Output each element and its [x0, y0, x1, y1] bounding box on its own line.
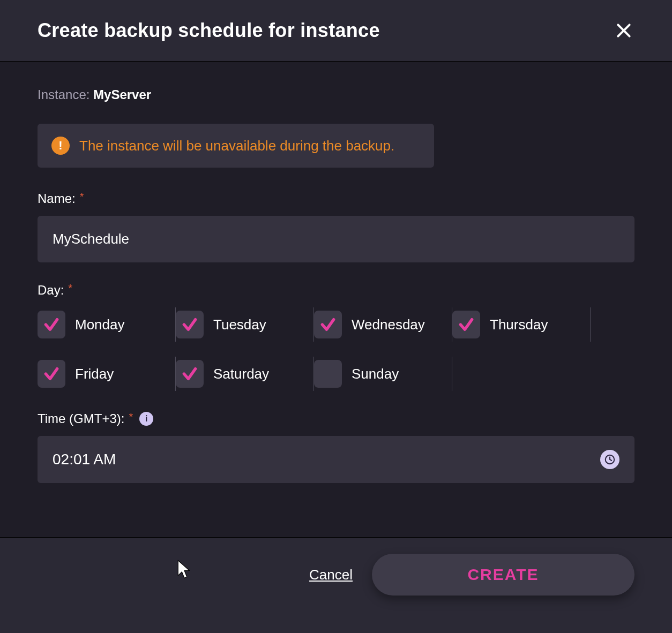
cancel-button[interactable]: Cancel — [309, 567, 353, 583]
instance-name: MyServer — [93, 87, 151, 102]
day-field: Day: * MondayTuesdayWednesdayThursdayFri… — [38, 283, 634, 391]
day-label: Monday — [75, 316, 125, 333]
mouse-cursor-icon — [177, 559, 192, 579]
modal-footer: Cancel CREATE — [0, 537, 672, 633]
required-asterisk: * — [68, 282, 72, 295]
day-label: Tuesday — [213, 316, 266, 333]
day-cell-friday: Friday — [38, 357, 176, 391]
modal-body: Instance: MyServer ! The instance will b… — [0, 62, 672, 537]
required-asterisk: * — [129, 411, 133, 423]
day-cell-thursday: Thursday — [452, 307, 591, 342]
name-field-label: Name: * — [38, 191, 634, 206]
name-input[interactable] — [38, 216, 634, 262]
modal-title: Create backup schedule for instance — [38, 19, 380, 42]
day-label: Friday — [75, 366, 114, 382]
warning-text: The instance will be unavailable during … — [79, 138, 394, 154]
required-asterisk: * — [80, 191, 84, 203]
time-value: 02:01 AM — [53, 451, 116, 468]
days-grid: MondayTuesdayWednesdayThursdayFridaySatu… — [38, 307, 634, 391]
create-backup-schedule-modal: Create backup schedule for instance Inst… — [0, 0, 672, 633]
day-cell-tuesday: Tuesday — [176, 307, 314, 342]
day-checkbox-thursday[interactable] — [452, 311, 480, 338]
info-icon[interactable]: i — [139, 412, 153, 426]
clock-icon — [600, 450, 619, 469]
instance-row: Instance: MyServer — [38, 87, 634, 102]
create-button[interactable]: CREATE — [372, 554, 634, 596]
name-field: Name: * — [38, 191, 634, 262]
day-cell-saturday: Saturday — [176, 357, 314, 391]
close-icon — [615, 22, 632, 39]
warning-banner: ! The instance will be unavailable durin… — [38, 124, 434, 168]
time-field: Time (GMT+3): * i 02:01 AM — [38, 411, 634, 483]
day-field-label: Day: * — [38, 283, 634, 298]
warning-icon: ! — [51, 137, 70, 155]
day-checkbox-sunday[interactable] — [314, 360, 342, 388]
day-checkbox-saturday[interactable] — [176, 360, 204, 388]
instance-label: Instance: — [38, 87, 93, 102]
modal-header: Create backup schedule for instance — [0, 0, 672, 62]
day-cell-wednesday: Wednesday — [314, 307, 452, 342]
time-input[interactable]: 02:01 AM — [38, 436, 634, 483]
day-label: Thursday — [490, 316, 548, 333]
day-cell-sunday: Sunday — [314, 357, 452, 391]
day-checkbox-monday[interactable] — [38, 311, 65, 338]
day-checkbox-tuesday[interactable] — [176, 311, 204, 338]
close-button[interactable] — [613, 20, 634, 41]
day-label: Wednesday — [352, 316, 425, 333]
day-checkbox-wednesday[interactable] — [314, 311, 342, 338]
day-label: Saturday — [213, 366, 269, 382]
time-field-label: Time (GMT+3): * i — [38, 411, 634, 426]
day-checkbox-friday[interactable] — [38, 360, 65, 388]
day-cell-monday: Monday — [38, 307, 176, 342]
day-label: Sunday — [352, 366, 399, 382]
